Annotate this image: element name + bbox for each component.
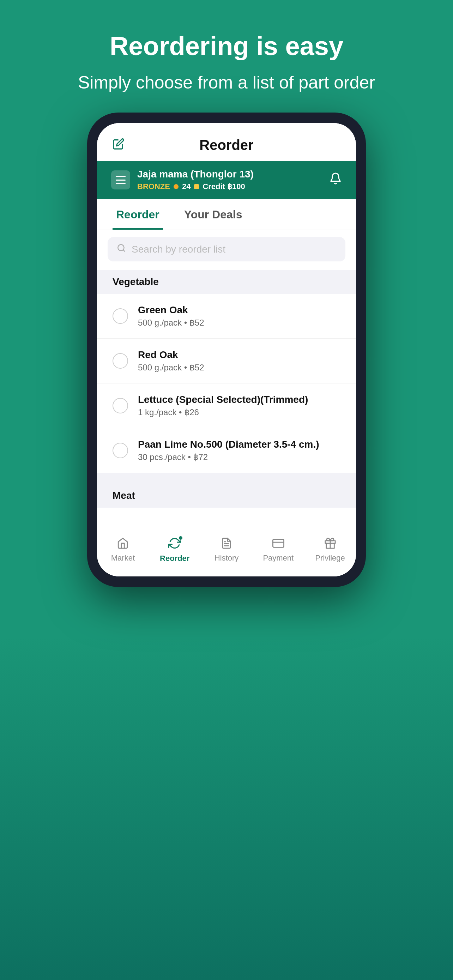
nav-label-payment: Payment (263, 554, 294, 563)
item-info: Lettuce (Special Selected)(Trimmed) 1 kg… (138, 394, 308, 417)
nav-item-payment[interactable]: Payment (252, 537, 304, 563)
credit-label: Credit ฿100 (202, 182, 245, 191)
search-icon (117, 243, 126, 255)
svg-rect-4 (273, 539, 284, 547)
tier-badge: BRONZE (137, 182, 170, 191)
tabs-container: Reorder Your Deals (97, 199, 356, 230)
item-name: Red Oak (138, 349, 204, 361)
list-item[interactable]: Paan Lime No.500 (Diameter 3.5-4 cm.) 30… (97, 428, 356, 473)
svg-line-1 (123, 250, 125, 251)
phone-wrapper: Reorder Jaja mama (Thonglor 13) (87, 113, 366, 587)
nav-item-reorder[interactable]: Reorder (149, 537, 201, 563)
radio-circle[interactable] (113, 443, 128, 458)
search-placeholder: Search by reorder list (132, 244, 226, 255)
item-info: Paan Lime No.500 (Diameter 3.5-4 cm.) 30… (138, 439, 319, 462)
reorder-icon (168, 537, 181, 551)
item-info: Green Oak 500 g./pack • ฿52 (138, 304, 204, 328)
section-title-meat: Meat (113, 490, 135, 501)
list-item[interactable]: Red Oak 500 g./pack • ฿52 (97, 339, 356, 383)
market-icon (117, 537, 129, 550)
points-value: 24 (182, 182, 191, 191)
hero-section: Reordering is easy Simply choose from a … (50, 0, 403, 113)
section-title-vegetable: Vegetable (113, 276, 159, 287)
tab-your-deals[interactable]: Your Deals (181, 199, 246, 230)
store-left: Jaja mama (Thonglor 13) BRONZE 24 Credit… (111, 169, 254, 191)
item-name: Green Oak (138, 304, 204, 316)
nav-label-reorder: Reorder (160, 554, 189, 563)
list-item[interactable]: Green Oak 500 g./pack • ฿52 (97, 294, 356, 339)
item-name: Paan Lime No.500 (Diameter 3.5-4 cm.) (138, 439, 319, 450)
yellow-square (194, 184, 199, 189)
store-banner: Jaja mama (Thonglor 13) BRONZE 24 Credit… (97, 161, 356, 199)
search-bar[interactable]: Search by reorder list (108, 237, 345, 261)
hero-subtitle: Simply choose from a list of part order (78, 70, 375, 95)
store-info: Jaja mama (Thonglor 13) BRONZE 24 Credit… (137, 169, 254, 191)
privilege-icon (324, 537, 336, 550)
nav-item-history[interactable]: History (201, 537, 253, 563)
radio-circle[interactable] (113, 353, 128, 369)
section-header-vegetable: Vegetable (97, 270, 356, 294)
radio-circle[interactable] (113, 308, 128, 324)
nav-label-history: History (215, 554, 238, 563)
bell-icon[interactable] (329, 172, 342, 188)
item-meta: 30 pcs./pack • ฿72 (138, 452, 319, 462)
nav-label-market: Market (111, 554, 135, 563)
app-header-title: Reorder (199, 137, 253, 153)
phone-frame: Reorder Jaja mama (Thonglor 13) (87, 113, 366, 587)
orange-dot (173, 184, 178, 189)
reorder-badge (178, 536, 183, 541)
nav-item-market[interactable]: Market (97, 537, 149, 563)
page-background: Reordering is easy Simply choose from a … (0, 0, 453, 980)
item-name: Lettuce (Special Selected)(Trimmed) (138, 394, 308, 405)
store-meta: BRONZE 24 Credit ฿100 (137, 182, 254, 191)
menu-button[interactable] (111, 170, 130, 189)
meat-content (97, 508, 356, 529)
history-icon (221, 537, 232, 550)
search-container: Search by reorder list (97, 230, 356, 270)
nav-label-privilege: Privilege (315, 554, 345, 563)
payment-icon (272, 537, 285, 550)
store-name: Jaja mama (Thonglor 13) (137, 169, 254, 180)
items-container-vegetable: Green Oak 500 g./pack • ฿52 Red Oak 500 … (97, 294, 356, 473)
hero-title: Reordering is easy (78, 32, 375, 60)
app-header: Reorder (97, 123, 356, 161)
bottom-nav: Market Reorder (97, 529, 356, 576)
radio-circle[interactable] (113, 398, 128, 414)
list-item[interactable]: Lettuce (Special Selected)(Trimmed) 1 kg… (97, 383, 356, 428)
item-meta: 500 g./pack • ฿52 (138, 363, 204, 372)
nav-item-privilege[interactable]: Privilege (304, 537, 356, 563)
item-meta: 500 g./pack • ฿52 (138, 318, 204, 328)
item-meta: 1 kg./pack • ฿26 (138, 407, 308, 417)
section-header-meat: Meat (97, 484, 356, 508)
phone-screen: Reorder Jaja mama (Thonglor 13) (97, 123, 356, 576)
item-info: Red Oak 500 g./pack • ฿52 (138, 349, 204, 372)
edit-icon[interactable] (113, 138, 124, 153)
tab-reorder[interactable]: Reorder (113, 199, 163, 230)
